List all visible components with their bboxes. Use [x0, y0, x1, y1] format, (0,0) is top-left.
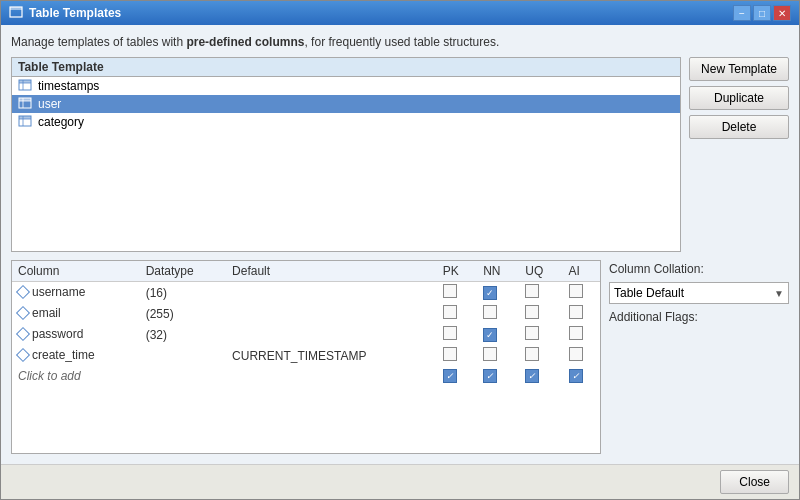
col-ai[interactable] [563, 303, 600, 324]
col-name: email [12, 303, 140, 324]
template-item-user[interactable]: user [12, 95, 680, 113]
diamond-icon [16, 348, 30, 362]
footer: Close [1, 464, 799, 499]
col-uq[interactable] [519, 303, 562, 324]
collation-select[interactable]: Table Default ▼ [609, 282, 789, 304]
click-to-add-label: Click to add [12, 366, 140, 385]
col-nn[interactable] [477, 282, 519, 304]
maximize-button[interactable]: □ [753, 5, 771, 21]
window-title: Table Templates [29, 6, 121, 20]
col-nn[interactable] [477, 303, 519, 324]
columns-table: Column Datatype Default PK NN UQ AI [12, 261, 600, 385]
col-pk[interactable] [437, 282, 477, 304]
columns-box: Column Datatype Default PK NN UQ AI [11, 260, 601, 454]
table-row[interactable]: email (255) [12, 303, 600, 324]
col-name: create_time [12, 345, 140, 366]
col-default [226, 282, 437, 304]
table-row[interactable]: username (16) [12, 282, 600, 304]
table-icon [18, 79, 32, 93]
col-header-ai: AI [563, 261, 600, 282]
col-ai-empty[interactable] [563, 366, 600, 385]
diamond-icon [16, 285, 30, 299]
dropdown-arrow-icon: ▼ [774, 288, 784, 299]
col-default [226, 324, 437, 345]
col-pk[interactable] [437, 303, 477, 324]
template-name-timestamps: timestamps [38, 79, 99, 93]
col-header-pk: PK [437, 261, 477, 282]
col-name: username [12, 282, 140, 304]
close-window-button[interactable]: ✕ [773, 5, 791, 21]
col-nn[interactable] [477, 345, 519, 366]
click-to-add-row[interactable]: Click to add [12, 366, 600, 385]
svg-rect-7 [19, 98, 31, 101]
description-text: Manage templates of tables with pre-defi… [11, 35, 789, 49]
col-datatype: (32) [140, 324, 226, 345]
col-datatype: (255) [140, 303, 226, 324]
close-button[interactable]: Close [720, 470, 789, 494]
template-list-header: Table Template [12, 58, 680, 77]
additional-flags-label: Additional Flags: [609, 310, 789, 324]
col-ai[interactable] [563, 282, 600, 304]
col-uq[interactable] [519, 324, 562, 345]
bottom-section: Column Datatype Default PK NN UQ AI [11, 260, 789, 454]
table-row[interactable]: create_time CURRENT_TIMESTAMP [12, 345, 600, 366]
template-list-box: Table Template timestamps [11, 57, 681, 252]
col-ai[interactable] [563, 324, 600, 345]
col-pk-empty[interactable] [437, 366, 477, 385]
diamond-icon [16, 306, 30, 320]
svg-rect-1 [10, 7, 22, 10]
svg-rect-3 [19, 80, 31, 83]
col-uq[interactable] [519, 282, 562, 304]
window-icon [9, 6, 23, 20]
collation-label: Column Collation: [609, 262, 789, 276]
template-name-user: user [38, 97, 61, 111]
collation-value: Table Default [614, 286, 684, 300]
col-header-column: Column [12, 261, 140, 282]
top-section: Table Template timestamps [11, 57, 789, 252]
col-uq[interactable] [519, 345, 562, 366]
delete-button[interactable]: Delete [689, 115, 789, 139]
table-row[interactable]: password (32) [12, 324, 600, 345]
col-nn-empty[interactable] [477, 366, 519, 385]
col-header-default: Default [226, 261, 437, 282]
col-datatype: (16) [140, 282, 226, 304]
col-nn[interactable] [477, 324, 519, 345]
col-default [226, 303, 437, 324]
buttons-panel: New Template Duplicate Delete [689, 57, 789, 252]
right-panel: Column Collation: Table Default ▼ Additi… [609, 260, 789, 454]
table-icon-category [18, 115, 32, 129]
main-content: Manage templates of tables with pre-defi… [1, 25, 799, 464]
diamond-icon [16, 327, 30, 341]
col-datatype [140, 345, 226, 366]
col-header-uq: UQ [519, 261, 562, 282]
col-datatype-empty [140, 366, 226, 385]
template-name-category: category [38, 115, 84, 129]
title-bar: Table Templates − □ ✕ [1, 1, 799, 25]
col-name: password [12, 324, 140, 345]
col-pk[interactable] [437, 324, 477, 345]
svg-rect-11 [19, 116, 31, 119]
window: Table Templates − □ ✕ Manage templates o… [0, 0, 800, 500]
minimize-button[interactable]: − [733, 5, 751, 21]
col-default: CURRENT_TIMESTAMP [226, 345, 437, 366]
new-template-button[interactable]: New Template [689, 57, 789, 81]
col-default-empty [226, 366, 437, 385]
title-controls: − □ ✕ [733, 5, 791, 21]
col-ai[interactable] [563, 345, 600, 366]
duplicate-button[interactable]: Duplicate [689, 86, 789, 110]
table-icon-user [18, 97, 32, 111]
template-item-timestamps[interactable]: timestamps [12, 77, 680, 95]
col-pk[interactable] [437, 345, 477, 366]
template-item-category[interactable]: category [12, 113, 680, 131]
col-header-datatype: Datatype [140, 261, 226, 282]
col-uq-empty[interactable] [519, 366, 562, 385]
col-header-nn: NN [477, 261, 519, 282]
